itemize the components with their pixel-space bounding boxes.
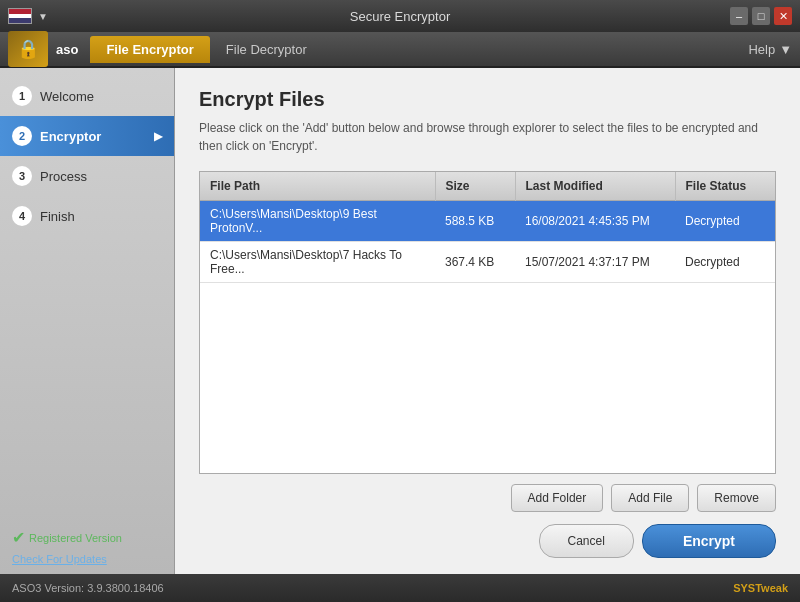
tab-file-encryptor[interactable]: File Encryptor xyxy=(90,36,209,63)
step-num-process: 3 xyxy=(12,166,32,186)
action-bar: Add Folder Add File Remove xyxy=(199,484,776,512)
maximize-button[interactable]: □ xyxy=(752,7,770,25)
tab-file-decryptor[interactable]: File Decryptor xyxy=(210,36,323,63)
sidebar-item-encryptor[interactable]: 2 Encryptor ▶ xyxy=(0,116,174,156)
sidebar-label-encryptor: Encryptor xyxy=(40,129,101,144)
file-status-cell: Decrypted xyxy=(675,201,775,242)
sidebar-arrow-icon: ▶ xyxy=(154,130,162,143)
registered-badge: ✔ Registered Version xyxy=(12,528,162,547)
step-num-finish: 4 xyxy=(12,206,32,226)
flag-icon xyxy=(8,8,32,24)
file-modified-cell: 15/07/2021 4:37:17 PM xyxy=(515,242,675,283)
sidebar-label-welcome: Welcome xyxy=(40,89,94,104)
app-title: Secure Encryptor xyxy=(350,9,450,24)
footer-bar: ASO3 Version: 3.9.3800.18406 SYSTweak xyxy=(0,574,800,602)
title-bar: ▼ Secure Encryptor – □ ✕ xyxy=(0,0,800,32)
remove-button[interactable]: Remove xyxy=(697,484,776,512)
content-area: Encrypt Files Please click on the 'Add' … xyxy=(175,68,800,574)
col-file-status: File Status xyxy=(675,172,775,201)
nav-brand: aso xyxy=(56,42,78,57)
file-size-cell: 367.4 KB xyxy=(435,242,515,283)
sidebar-label-process: Process xyxy=(40,169,87,184)
help-menu[interactable]: Help ▼ xyxy=(748,42,792,57)
file-path-cell: C:\Users\Mansi\Desktop\9 Best ProtonV... xyxy=(200,201,435,242)
sidebar: 1 Welcome 2 Encryptor ▶ 3 Process 4 Fini… xyxy=(0,68,175,574)
col-size: Size xyxy=(435,172,515,201)
file-modified-cell: 16/08/2021 4:45:35 PM xyxy=(515,201,675,242)
file-status-cell: Decrypted xyxy=(675,242,775,283)
window-controls: – □ ✕ xyxy=(730,7,792,25)
step-num-encryptor: 2 xyxy=(12,126,32,146)
add-file-button[interactable]: Add File xyxy=(611,484,689,512)
main-layout: 1 Welcome 2 Encryptor ▶ 3 Process 4 Fini… xyxy=(0,68,800,574)
check-updates-link[interactable]: Check For Updates xyxy=(12,553,107,565)
close-button[interactable]: ✕ xyxy=(774,7,792,25)
table-header-row: File Path Size Last Modified File Status xyxy=(200,172,775,201)
file-table: File Path Size Last Modified File Status… xyxy=(200,172,775,283)
file-size-cell: 588.5 KB xyxy=(435,201,515,242)
step-num-welcome: 1 xyxy=(12,86,32,106)
bottom-btn-bar: Cancel Encrypt xyxy=(199,524,776,558)
minimize-button[interactable]: – xyxy=(730,7,748,25)
file-action-buttons: Add Folder Add File Remove xyxy=(511,484,776,512)
file-path-cell: C:\Users\Mansi\Desktop\7 Hacks To Free..… xyxy=(200,242,435,283)
page-title: Encrypt Files xyxy=(199,88,776,111)
systweak-logo: SYSTweak xyxy=(733,582,788,594)
table-row[interactable]: C:\Users\Mansi\Desktop\7 Hacks To Free..… xyxy=(200,242,775,283)
sidebar-item-process[interactable]: 3 Process xyxy=(0,156,174,196)
col-last-modified: Last Modified xyxy=(515,172,675,201)
cancel-button[interactable]: Cancel xyxy=(539,524,634,558)
nav-bar: 🔒 aso File Encryptor File Decryptor Help… xyxy=(0,32,800,68)
col-file-path: File Path xyxy=(200,172,435,201)
table-row[interactable]: C:\Users\Mansi\Desktop\9 Best ProtonV...… xyxy=(200,201,775,242)
sidebar-item-welcome[interactable]: 1 Welcome xyxy=(0,76,174,116)
encrypt-button[interactable]: Encrypt xyxy=(642,524,776,558)
help-chevron-icon: ▼ xyxy=(779,42,792,57)
flag-dropdown-btn[interactable]: ▼ xyxy=(38,11,48,22)
sidebar-item-finish[interactable]: 4 Finish xyxy=(0,196,174,236)
sidebar-label-finish: Finish xyxy=(40,209,75,224)
version-label: ASO3 Version: 3.9.3800.18406 xyxy=(12,582,164,594)
file-table-wrapper: File Path Size Last Modified File Status… xyxy=(199,171,776,474)
page-description: Please click on the 'Add' button below a… xyxy=(199,119,776,155)
add-folder-button[interactable]: Add Folder xyxy=(511,484,604,512)
